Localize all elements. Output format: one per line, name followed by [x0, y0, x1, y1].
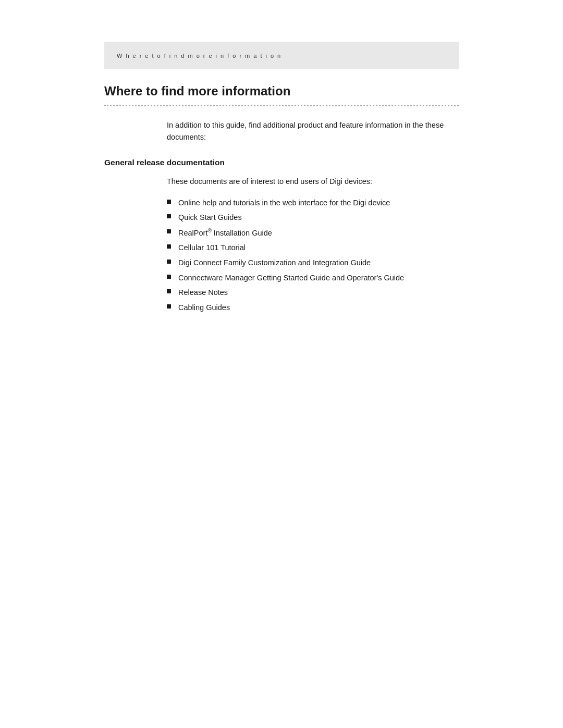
subsection-title: General release documentation — [104, 158, 459, 167]
list-item: Connectware Manager Getting Started Guid… — [167, 272, 459, 285]
header-bar: W h e r e t o f i n d m o r e i n f o r … — [104, 42, 459, 69]
bullet-icon — [167, 289, 171, 293]
intro-paragraph: In addition to this guide, find addition… — [167, 119, 459, 143]
list-item: Digi Connect Family Customization and In… — [167, 256, 459, 269]
list-item-text: Connectware Manager Getting Started Guid… — [178, 272, 459, 285]
section-title: Where to find more information — [104, 84, 459, 98]
list-item-text: Online help and tutorials in the web int… — [178, 196, 459, 209]
list-item-text: Release Notes — [178, 286, 459, 299]
bullet-icon — [167, 304, 171, 309]
section-divider — [104, 104, 459, 107]
list-item-text: RealPort® Installation Guide — [178, 226, 459, 239]
list-item-text: Digi Connect Family Customization and In… — [178, 256, 459, 269]
list-item-text: Cabling Guides — [178, 301, 459, 314]
list-item-text: Cellular 101 Tutorial — [178, 241, 459, 254]
header-bar-text: W h e r e t o f i n d m o r e i n f o r … — [117, 53, 282, 59]
bullet-icon — [167, 260, 171, 264]
bullet-icon — [167, 275, 171, 279]
body-paragraph: These documents are of interest to end u… — [167, 176, 459, 188]
divider-line — [104, 105, 459, 106]
bullet-icon — [167, 244, 171, 249]
list-item: Quick Start Guides — [167, 211, 459, 224]
list-item: RealPort® Installation Guide — [167, 226, 459, 239]
list-item: Cabling Guides — [167, 301, 459, 314]
bullet-icon — [167, 200, 171, 204]
bullet-list: Online help and tutorials in the web int… — [167, 196, 459, 314]
list-item: Online help and tutorials in the web int… — [167, 196, 459, 209]
list-item: Cellular 101 Tutorial — [167, 241, 459, 254]
list-item-text: Quick Start Guides — [178, 211, 459, 224]
list-item: Release Notes — [167, 286, 459, 299]
bullet-icon — [167, 229, 171, 233]
main-content: Where to find more information In additi… — [104, 69, 459, 314]
bullet-icon — [167, 214, 171, 218]
page-container: W h e r e t o f i n d m o r e i n f o r … — [0, 42, 563, 728]
